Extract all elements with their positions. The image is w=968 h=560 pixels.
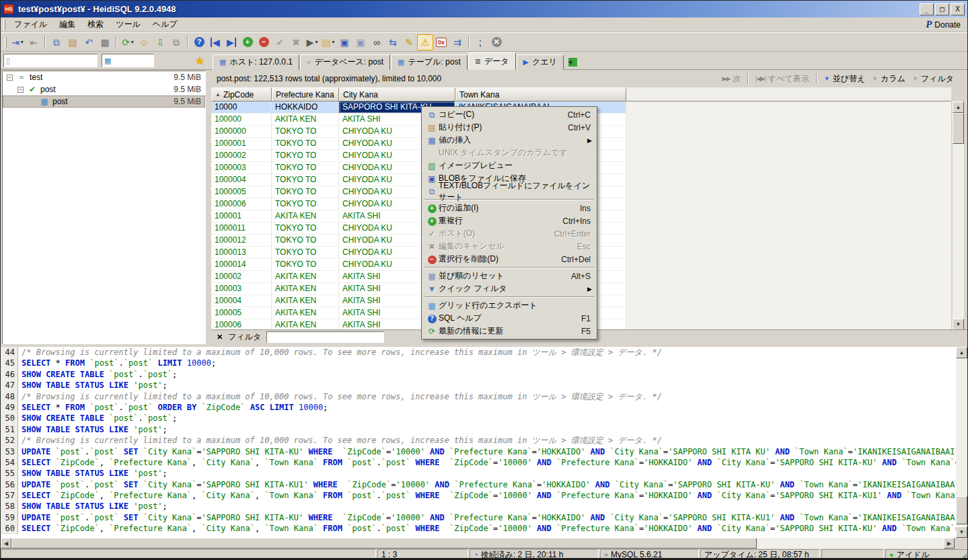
cancel-editing-button[interactable]: ✖ xyxy=(288,34,304,50)
sql-horizontal-scrollbar[interactable]: ◀ ▶ xyxy=(1,538,955,549)
find-button[interactable]: ∞ xyxy=(369,34,385,50)
save-sql-button[interactable]: ▣ xyxy=(336,34,352,50)
first-record-button[interactable]: ◀ xyxy=(207,34,223,50)
table-cell[interactable]: 1000011 xyxy=(211,223,272,235)
table-cell[interactable]: TOKYO TO xyxy=(272,150,339,162)
menu-duplicate-row[interactable]: +重複行Ctrl+Ins xyxy=(423,214,595,227)
menu-refresh[interactable]: ⟳最新の情報に更新F5 xyxy=(423,325,595,337)
table-cell[interactable]: 1000005 xyxy=(211,186,272,198)
maximize-button[interactable]: □ xyxy=(935,3,949,15)
grid-filter-input[interactable] xyxy=(266,331,384,343)
last-record-button[interactable]: ▶ xyxy=(223,34,239,50)
sql-scroll-left-arrow[interactable]: ◀ xyxy=(1,538,11,549)
table-cell[interactable]: AKITA KEN xyxy=(272,283,339,295)
tab-table[interactable]: ▦テーブル: post xyxy=(391,54,468,70)
sql-line-code[interactable]: SHOW TABLE STATUS LIKE 'post'; xyxy=(18,501,967,512)
sql-scroll-right-arrow[interactable]: ▶ xyxy=(944,538,955,549)
table-cell[interactable]: TOKYO TO xyxy=(272,259,339,271)
save-sql-as-button[interactable]: ▣ xyxy=(352,34,369,50)
grid-vertical-scrollbar[interactable]: ▲ ▼ xyxy=(953,102,964,330)
dropdown-arrow-icon[interactable]: ▾ xyxy=(21,39,24,45)
edit-button[interactable]: ✎ xyxy=(401,34,417,50)
table-cell[interactable]: 100004 xyxy=(211,295,272,307)
table-cell[interactable]: TOKYO TO xyxy=(272,198,339,210)
warn-highlight-button[interactable]: ⚠ xyxy=(417,34,433,50)
table-cell[interactable]: 1000014 xyxy=(211,259,272,271)
session-manager-button[interactable]: ⇥▾ xyxy=(9,34,26,50)
print-button[interactable]: ▦ xyxy=(97,34,113,50)
tab-host[interactable]: ▦ホスト: 127.0.0.1 xyxy=(213,54,299,70)
sql-vertical-scrollbar[interactable]: ▲ ▼ xyxy=(956,347,967,538)
table-cell[interactable]: TOKYO TO xyxy=(272,235,339,247)
menu-ツール[interactable]: ツール xyxy=(110,17,147,32)
table-cell[interactable]: 100000 xyxy=(211,114,272,126)
export-tables-button[interactable]: ⇩ xyxy=(152,34,168,50)
sql-hscroll-thumb[interactable] xyxy=(11,538,757,549)
dropdown-arrow-icon[interactable]: ▾ xyxy=(315,39,318,45)
table-cell[interactable]: 1000001 xyxy=(211,138,272,150)
menu-copy[interactable]: ⧉コピー(C)Ctrl+C xyxy=(423,108,595,121)
column-header-prefecture-kana[interactable]: Prefecture Kana xyxy=(272,87,339,102)
menu-paste[interactable]: ▤貼り付け(P)Ctrl+V xyxy=(423,121,595,134)
undo-button[interactable]: ↶ xyxy=(81,34,97,50)
table-cell[interactable]: AKITA KEN xyxy=(272,114,339,126)
paste-button[interactable]: ▤ xyxy=(65,34,81,50)
tree-expander-icon[interactable]: − xyxy=(17,87,24,93)
table-cell[interactable]: TOKYO TO xyxy=(272,126,339,138)
table-cell[interactable]: 100005 xyxy=(211,307,272,319)
table-cell[interactable]: 1000000 xyxy=(211,126,272,138)
minimize-button[interactable]: _ xyxy=(920,3,934,15)
reformat-button[interactable]: ⇉ xyxy=(449,34,466,50)
help-button[interactable]: ? xyxy=(191,34,207,50)
menu-ヘルプ[interactable]: ヘルプ xyxy=(147,17,184,32)
sql-line-code[interactable]: SHOW TABLE STATUS LIKE 'post'; xyxy=(18,380,967,391)
table-cell[interactable]: HOKKAIDO xyxy=(272,102,339,114)
table-cell[interactable]: TOKYO TO xyxy=(272,247,339,259)
run-sql-button[interactable]: ▶▾ xyxy=(304,34,320,50)
dropdown-arrow-icon[interactable]: ▾ xyxy=(131,39,134,45)
refresh-button[interactable]: ⟳▾ xyxy=(120,34,136,50)
menu-ファイル[interactable]: ファイル xyxy=(8,17,53,32)
sql-line-code[interactable]: /* Browsing is currently limited to a ma… xyxy=(18,391,967,402)
menu-delete-rows[interactable]: −選択行を削除(D)Ctrl+Del xyxy=(423,253,595,266)
menu-編集[interactable]: 編集 xyxy=(53,17,81,32)
table-cell[interactable]: 100001 xyxy=(211,210,272,223)
sql-line-code[interactable]: SHOW TABLE STATUS LIKE 'post'; xyxy=(18,424,967,435)
sql-line-code[interactable]: /* Browsing is currently limited to a ma… xyxy=(18,435,967,446)
sql-line-code[interactable]: SHOW CREATE TABLE `post`.`post`; xyxy=(18,413,967,424)
menu-sql-help[interactable]: ?SQL ヘルプF1 xyxy=(423,312,595,325)
tab-database[interactable]: ●データベース: post xyxy=(300,54,390,70)
tab-query[interactable]: ▶クエリ xyxy=(517,54,564,70)
table-cell[interactable]: AKITA KEN xyxy=(272,271,339,283)
sql-line-code[interactable]: SELECT `ZipCode`, `Prefecture Kana`, `Ci… xyxy=(18,457,967,468)
delimiter-button[interactable]: ; xyxy=(472,34,488,50)
column-header-city-kana[interactable]: City Kana xyxy=(339,87,455,102)
table-cell[interactable]: 1000002 xyxy=(211,150,272,162)
sql-scroll-down-arrow[interactable]: ▼ xyxy=(956,526,967,538)
table-cell[interactable]: 1000004 xyxy=(211,174,272,186)
scroll-up-arrow[interactable]: ▲ xyxy=(953,102,964,113)
copy-table-button[interactable]: ⧉ xyxy=(168,34,184,50)
menu-image-preview[interactable]: ▨イメージプレビュー xyxy=(423,159,595,172)
menu-reset-sorting[interactable]: ▦並び順のリセットAlt+S xyxy=(423,270,595,282)
filter-button[interactable]: ▼フィルタ xyxy=(912,73,954,85)
sql-scroll-thumb[interactable] xyxy=(956,496,967,524)
sorting-button[interactable]: ▼並び替え xyxy=(824,73,865,85)
donate-button[interactable]: P Donate xyxy=(926,19,967,30)
open-sql-file-button[interactable]: ▤▾ xyxy=(320,34,336,50)
table-cell[interactable]: 1000013 xyxy=(211,247,272,259)
tree-item-db-post[interactable]: −✔post9.5 MiB xyxy=(3,83,205,95)
copy-button[interactable]: ⧉ xyxy=(48,34,65,50)
tree-expander-icon[interactable]: − xyxy=(7,75,13,81)
columns-button[interactable]: ▼カラム xyxy=(872,73,905,85)
sql-line-code[interactable]: SELECT * FROM `post`.`post` LIMIT 10000; xyxy=(18,358,967,368)
dropdown-arrow-icon[interactable]: ▾ xyxy=(332,39,335,45)
table-cell[interactable]: TOKYO TO xyxy=(272,138,339,150)
table-cell[interactable]: 100006 xyxy=(211,319,272,330)
table-cell[interactable]: TOKYO TO xyxy=(272,162,339,174)
sql-line-code[interactable]: UPDATE `post`.`post` SET `City Kana`='SA… xyxy=(18,512,967,523)
table-cell[interactable]: AKITA KEN xyxy=(272,210,339,223)
table-filter-input[interactable] xyxy=(113,56,151,65)
hex-view-button[interactable]: 0x xyxy=(433,34,449,50)
table-cell[interactable]: 1000006 xyxy=(211,198,272,210)
